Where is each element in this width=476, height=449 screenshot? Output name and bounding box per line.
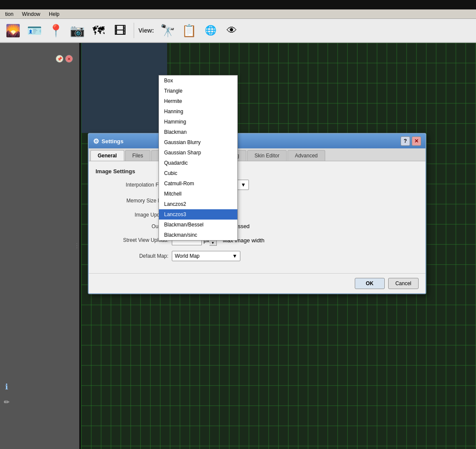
dialog-controls: ? ✕ [401,136,421,146]
menu-tion[interactable]: tion [2,10,17,18]
info-icon[interactable]: ℹ [0,380,13,393]
view-label: View: [138,27,154,34]
dropdown-item-blackman[interactable]: Blackman [159,127,237,137]
dialog-content: Image Settings Interpolation Filter: Lan… [89,161,425,273]
map-pin-icon[interactable]: 📍 [46,21,65,40]
close-window-button[interactable]: ✕ [65,55,73,63]
cancel-button[interactable]: Cancel [388,278,419,289]
image-settings-title: Image Settings [96,168,419,175]
default-map-arrow-icon: ▼ [232,253,237,259]
settings-icon: ⚙ [93,137,99,145]
dropdown-item-gaussian-sharp[interactable]: Gaussian Sharp [159,148,237,158]
globe-gear-icon[interactable]: 🌐 [201,21,220,40]
image-update-label: Image Update: [96,212,168,218]
output-row: Output: Save TIFF files compressed [96,223,419,229]
dropdown-item-quadardic[interactable]: Quadardic [159,158,237,168]
tab-files[interactable]: Files [125,150,150,161]
dropdown-item-blackman-sinc[interactable]: Blackman/sinc [159,230,237,240]
street-view-down-arrow[interactable]: ▼ [210,240,216,245]
edit-icon[interactable]: ✏ [0,395,13,408]
street-view-label: Street View Upload: [96,237,168,243]
id-card-icon[interactable]: 🪪 [25,21,44,40]
memory-size-hint-row: Memory Size Hint: 8139 ▲ ▼ Mb [96,195,419,206]
dropdown-item-triangle[interactable]: Triangle [159,86,237,96]
default-map-value: World Map [175,253,200,259]
tab-advanced[interactable]: Advanced [287,150,325,161]
dropdown-item-lanczos3[interactable]: Lanczos3 [159,209,237,220]
panorama-icon[interactable]: 🌄 [3,21,22,40]
dropdown-arrow-icon: ▼ [241,182,246,188]
dialog-footer: OK Cancel [89,273,425,293]
default-map-label: Default Map: [96,253,168,259]
dropdown-item-hermite[interactable]: Hermite [159,96,237,106]
default-map-row: Default Map: World Map ▼ [96,251,419,261]
dropdown-item-gaussian-blurry[interactable]: Gaussian Blurry [159,137,237,148]
menu-window[interactable]: Window [18,10,44,18]
dropdown-item-catmull-rom[interactable]: Catmull-Rom [159,178,237,189]
dropdown-item-lanczos2[interactable]: Lanczos2 [159,199,237,209]
eye-icon[interactable]: 👁 [222,21,241,40]
close-dialog-button[interactable]: ✕ [412,136,421,146]
dropdown-item-mitchell[interactable]: Mitchell [159,189,237,199]
map-icon[interactable]: 🗺 [89,21,108,40]
default-map-control: World Map ▼ [172,251,419,261]
interpolation-filter-row: Interpolation Filter: Lanczos3 ▼ [96,180,419,190]
settings-dialog: ⚙ Settings ? ✕ General Files W e Metadat… [88,133,426,294]
dialog-title-text: Settings [102,138,123,145]
tab-skin-editor[interactable]: Skin Editor [247,150,287,161]
toolbar: 🌄 🪪 📍 📷 🗺 🎞 View: 🔭 📋 🌐 👁 [0,19,476,43]
dialog-title-bar: ⚙ Settings ? ✕ [89,134,425,148]
tab-general[interactable]: General [90,150,124,161]
dropdown-item-hanning[interactable]: Hanning [159,106,237,117]
menu-help[interactable]: Help [45,10,63,18]
output-label: Output: [96,223,168,229]
dropdown-item-box[interactable]: Box [159,75,237,86]
interpolation-filter-label: Interpolation Filter: [96,182,168,188]
ok-button[interactable]: OK [355,278,385,289]
sidebar-dots: ··· [75,243,79,249]
left-sidebar: ··· ℹ ✏ [0,43,79,449]
pin-button[interactable]: 📌 [56,55,63,63]
default-map-dropdown[interactable]: World Map ▼ [172,251,240,261]
menu-bar: tion Window Help [0,9,476,19]
dropdown-item-blackman-bessel[interactable]: Blackman/Bessel [159,220,237,230]
toolbar-divider [134,23,134,38]
tab-bar: General Files W e Metadata FFmpeg Skin E… [89,148,425,161]
interpolation-dropdown-menu: Box Triangle Hermite Hanning Hamming Bla… [159,75,238,241]
dropdown-item-hamming[interactable]: Hamming [159,117,237,127]
dialog-title: ⚙ Settings [93,137,123,145]
image-update-row: Image Update: Automatic reload [96,211,419,218]
film-icon[interactable]: 🎞 [111,21,129,40]
binoculars-icon[interactable]: 🔭 [158,21,177,40]
street-view-row: Street View Upload: 12000 px ▲ ▼ Max ima… [96,235,419,246]
dropdown-item-cubic[interactable]: Cubic [159,168,237,178]
camera-icon[interactable]: 📷 [68,21,87,40]
clipboard-icon[interactable]: 📋 [180,21,198,40]
window-top-controls: 📌 ✕ [56,55,73,63]
help-button[interactable]: ? [401,136,410,146]
memory-size-label: Memory Size Hint: [96,198,168,204]
